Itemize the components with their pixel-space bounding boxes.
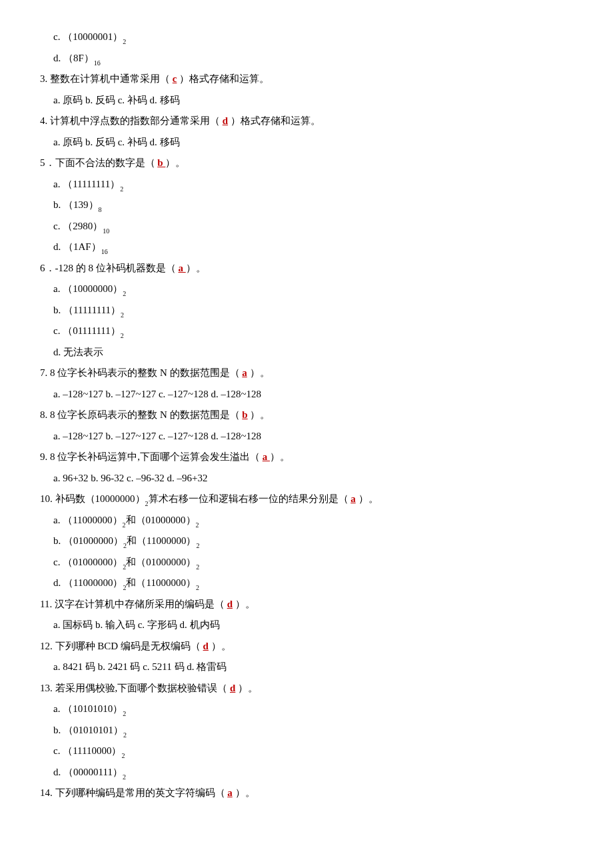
text-line: a. 国标码 b. 输入码 c. 字形码 d. 机内码 bbox=[33, 615, 580, 636]
body-text: b. （01010101） bbox=[53, 725, 123, 735]
body-text: ）格式存储和运算。 bbox=[228, 115, 320, 126]
text-line: b. （01010101）2 bbox=[33, 720, 580, 741]
subscript-text: 2 bbox=[123, 521, 126, 529]
text-line: a. （10101010）2 bbox=[33, 699, 580, 720]
body-text: ）。 bbox=[233, 599, 255, 609]
body-text: d. （00000111） bbox=[53, 767, 123, 777]
body-text: 9. 8 位字长补码运算中,下面哪个运算会发生溢出（ bbox=[40, 451, 263, 462]
text-line: 4. 计算机中浮点数的指数部分通常采用（ d ）格式存储和运算。 bbox=[33, 111, 580, 132]
text-line: c. （01111111）2 bbox=[33, 321, 580, 342]
subscript-text: 2 bbox=[121, 311, 124, 319]
body-text: ）格式存储和运算。 bbox=[177, 73, 269, 84]
body-text: ）。 bbox=[209, 641, 231, 651]
subscript-text: 2 bbox=[123, 773, 126, 781]
subscript-text: 2 bbox=[122, 752, 125, 759]
body-text: 和（11000000） bbox=[127, 535, 196, 546]
text-line: 9. 8 位字长补码运算中,下面哪个运算会发生溢出（ a ）。 bbox=[33, 447, 580, 468]
body-text: ）。 bbox=[233, 787, 255, 798]
subscript-text: 2 bbox=[120, 185, 123, 193]
answer-text: b bbox=[157, 157, 165, 168]
subscript-text: 2 bbox=[123, 290, 126, 297]
body-text: 6．-128 的 8 位补码机器数是（ bbox=[40, 263, 179, 273]
text-line: 11. 汉字在计算机中存储所采用的编码是（ d ）。 bbox=[33, 594, 580, 615]
subscript-text: 2 bbox=[123, 542, 127, 549]
subscript-text: 2 bbox=[123, 584, 126, 591]
body-text: 8. 8 位字长原码表示的整数 N 的数据范围是（ bbox=[40, 409, 242, 420]
text-line: b. （11111111）2 bbox=[33, 300, 580, 321]
text-line: a. （10000000）2 bbox=[33, 279, 580, 300]
answer-text: d bbox=[203, 641, 209, 651]
text-line: 3. 整数在计算机中通常采用（ c ）格式存储和运算。 bbox=[33, 69, 580, 90]
body-text: b. （139） bbox=[53, 199, 99, 210]
body-text: c. （01111111） bbox=[53, 325, 121, 336]
body-text: a. 国标码 b. 输入码 c. 字形码 d. 机内码 bbox=[53, 619, 220, 630]
text-line: a. 原码 b. 反码 c. 补码 d. 移码 bbox=[33, 90, 580, 111]
subscript-text: 10 bbox=[103, 227, 109, 235]
subscript-text: 2 bbox=[196, 584, 199, 591]
body-text: 4. 计算机中浮点数的指数部分通常采用（ bbox=[40, 115, 223, 126]
body-text: ）。 bbox=[270, 451, 290, 462]
text-line: 14. 下列哪种编码是常用的英文字符编码（ a ）。 bbox=[33, 783, 580, 804]
text-line: a. （11111111）2 bbox=[33, 174, 580, 195]
text-line: a. 原码 b. 反码 c. 补码 d. 移码 bbox=[33, 132, 580, 153]
subscript-text: 2 bbox=[123, 563, 126, 571]
subscript-text: 2 bbox=[123, 731, 127, 739]
body-text: a. （10000000） bbox=[53, 283, 123, 294]
body-text: d. （8F） bbox=[53, 53, 94, 63]
body-text: ）。 bbox=[235, 683, 258, 693]
body-text: ）。 bbox=[247, 367, 270, 378]
text-line: d. （1AF）16 bbox=[33, 237, 580, 258]
body-text: c. （10000001） bbox=[53, 31, 123, 42]
text-line: a. 8421 码 b. 2421 码 c. 5211 码 d. 格雷码 bbox=[33, 657, 580, 678]
text-line: c. （01000000）2和（01000000）2 bbox=[33, 552, 580, 573]
subscript-text: 2 bbox=[123, 38, 126, 45]
answer-text: d bbox=[223, 115, 228, 126]
answer-text: b bbox=[242, 409, 247, 420]
body-text: 13. 若采用偶校验,下面哪个数据校验错误（ bbox=[40, 683, 230, 693]
subscript-text: 16 bbox=[101, 248, 108, 255]
body-text: 和（01000000） bbox=[126, 557, 196, 567]
body-text: a. 原码 b. 反码 c. 补码 d. 移码 bbox=[53, 137, 180, 147]
subscript-text: 2 bbox=[196, 563, 199, 571]
subscript-text: 16 bbox=[94, 59, 101, 67]
text-line: a. （11000000）2和（01000000）2 bbox=[33, 510, 580, 531]
text-line: a. 96+32 b. 96-32 c. –96-32 d. –96+32 bbox=[33, 468, 580, 489]
body-text: d. （1AF） bbox=[53, 241, 101, 252]
document-body: c. （10000001）2d. （8F）163. 整数在计算机中通常采用（ c… bbox=[33, 27, 580, 804]
body-text: a. （10101010） bbox=[53, 703, 123, 714]
body-text: a. –128~127 b. –127~127 c. –127~128 d. –… bbox=[53, 431, 261, 441]
body-text: c. （11110000） bbox=[53, 745, 122, 756]
subscript-text: 2 bbox=[121, 332, 124, 339]
text-line: d. 无法表示 bbox=[33, 342, 580, 363]
subscript-text: 2 bbox=[145, 500, 149, 507]
body-text: ）。 bbox=[186, 263, 206, 273]
body-text: a. 原码 b. 反码 c. 补码 d. 移码 bbox=[53, 95, 180, 105]
text-line: 12. 下列哪种 BCD 编码是无权编码（ d ）。 bbox=[33, 636, 580, 657]
body-text: ）。 bbox=[356, 493, 378, 504]
subscript-text: 2 bbox=[196, 521, 199, 529]
text-line: 5．下面不合法的数字是（ b ）。 bbox=[33, 153, 580, 174]
body-text: a. 8421 码 b. 2421 码 c. 5211 码 d. 格雷码 bbox=[53, 661, 227, 672]
body-text: a. （11111111） bbox=[53, 179, 120, 189]
body-text: 14. 下列哪种编码是常用的英文字符编码（ bbox=[40, 787, 227, 798]
text-line: b. （01000000）2和（11000000）2 bbox=[33, 531, 580, 552]
body-text: c. （01000000） bbox=[53, 557, 123, 567]
body-text: d. 无法表示 bbox=[53, 347, 103, 357]
body-text: 和（01000000） bbox=[126, 515, 196, 525]
answer-text: a bbox=[350, 493, 356, 504]
text-line: 8. 8 位字长原码表示的整数 N 的数据范围是（ b ）。 bbox=[33, 405, 580, 426]
body-text: 10. 补码数（10000000） bbox=[40, 493, 145, 504]
body-text: c. （2980） bbox=[53, 221, 103, 231]
text-line: d. （11000000）2和（11000000）2 bbox=[33, 573, 580, 594]
body-text: b. （11111111） bbox=[53, 305, 121, 315]
body-text: 算术右移一位和逻辑右移一位的结果分别是（ bbox=[149, 493, 351, 504]
text-line: c. （10000001）2 bbox=[33, 27, 580, 48]
body-text: a. 96+32 b. 96-32 c. –96-32 d. –96+32 bbox=[53, 473, 207, 483]
subscript-text: 2 bbox=[196, 542, 199, 549]
subscript-text: 8 bbox=[99, 206, 102, 213]
answer-text: d bbox=[227, 599, 233, 609]
text-line: 6．-128 的 8 位补码机器数是（ a ）。 bbox=[33, 258, 580, 279]
text-line: c. （2980）10 bbox=[33, 216, 580, 237]
text-line: a. –128~127 b. –127~127 c. –127~128 d. –… bbox=[33, 426, 580, 447]
text-line: d. （00000111）2 bbox=[33, 762, 580, 783]
